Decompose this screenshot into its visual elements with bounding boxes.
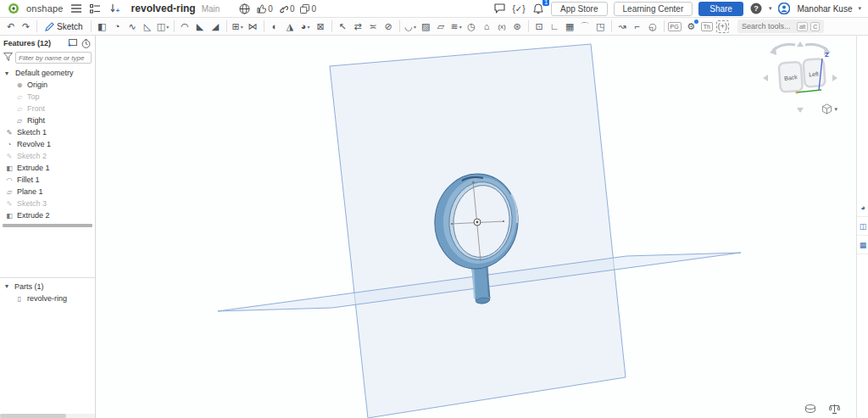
feature-item-extrude-2[interactable]: ◧Extrude 2 — [0, 209, 95, 221]
split-icon[interactable]: ◮ — [283, 20, 298, 34]
follow-mode-icon[interactable]: + — [108, 2, 122, 15]
help-caret-icon[interactable]: ▾ — [769, 5, 772, 12]
onshape-logo-icon[interactable] — [7, 2, 20, 15]
feature-item-default-geometry[interactable]: ▾Default geometry — [0, 67, 95, 79]
rotate-up-arrow-icon — [797, 42, 804, 47]
add-custom-feature-button[interactable]: (+) — [716, 20, 729, 33]
sheet-metal-icon[interactable]: ▦ — [563, 20, 577, 34]
sidebar-scrollbar[interactable] — [0, 414, 95, 418]
comments-icon[interactable] — [492, 2, 506, 15]
user-menu-caret-icon[interactable]: ▾ — [858, 5, 861, 12]
import-derive-icon[interactable]: ⊡ — [532, 20, 547, 34]
rollback-bar[interactable] — [3, 224, 92, 227]
replace-face-icon[interactable]: ⇄ — [351, 20, 365, 34]
feature-item-fillet-1[interactable]: ◠Fillet 1 — [0, 174, 95, 186]
custom-table-panel-icon[interactable]: ▦ — [857, 236, 868, 254]
likes-stat[interactable]: 0 — [257, 4, 273, 14]
custom-feature-pg-button[interactable]: PG — [668, 22, 682, 31]
app-store-button[interactable]: App Store — [551, 2, 607, 16]
view-options-button[interactable]: ▾ — [821, 103, 837, 114]
boolean-icon[interactable]: ◐ — [268, 20, 282, 34]
bend-icon[interactable]: ⌒ — [578, 20, 593, 34]
sheet-metal-finish-icon[interactable]: ◵ — [646, 20, 660, 34]
composite-part-icon[interactable]: ⊛ — [510, 20, 525, 34]
extrude-icon[interactable]: ◧ — [95, 20, 109, 34]
linear-pattern-caret-icon[interactable]: ▾ — [241, 24, 243, 30]
feature-settings-gear-icon[interactable]: ⚙ — [684, 20, 698, 34]
graphics-viewport[interactable]: Back Left Z ▾ — [97, 36, 856, 418]
draft-icon[interactable]: ◢ — [209, 20, 223, 34]
appearance-panel-icon[interactable]: ◕ — [857, 198, 868, 217]
corner-icon[interactable]: ⌐ — [631, 20, 645, 34]
variable-icon[interactable]: (x) — [495, 20, 509, 34]
redo-icon[interactable]: ↷ — [19, 20, 33, 34]
offset-surface-icon[interactable]: ≍ — [366, 20, 381, 34]
enclose-icon[interactable]: ⌂ — [480, 20, 494, 34]
feature-item-sketch-2[interactable]: ✎Sketch 2 — [0, 150, 95, 162]
feature-item-right[interactable]: ▱Right — [0, 114, 95, 126]
custom-feature-th-button[interactable]: Th — [701, 22, 713, 31]
plane-icon[interactable]: ▱ — [434, 20, 448, 34]
move-face-icon[interactable]: ↖ — [336, 20, 350, 34]
tab-icon[interactable]: ◳ — [593, 20, 608, 34]
configuration-panel-icon[interactable]: ◫ — [857, 217, 868, 236]
default-geometry-chevron-icon[interactable]: ▾ — [5, 70, 12, 77]
featurescript-notices-icon[interactable]: {✓} — [512, 2, 526, 15]
public-globe-icon[interactable] — [237, 2, 251, 15]
chamfer-icon[interactable]: ◣ — [193, 20, 208, 34]
model-canvas[interactable] — [97, 36, 856, 418]
feature-item-origin[interactable]: ⊕Origin — [0, 79, 95, 91]
mass-properties-scale-icon[interactable] — [827, 403, 841, 415]
user-avatar[interactable] — [777, 2, 791, 15]
mate-connector-icon[interactable]: ≋▾ — [449, 20, 464, 34]
user-name[interactable]: Manohar Kuse — [797, 4, 852, 14]
surface-icon[interactable]: ◡▾ — [403, 20, 418, 34]
thicken-caret-icon[interactable]: ▾ — [166, 24, 169, 30]
delete-part-icon[interactable]: ⊠ — [314, 20, 328, 34]
helix-icon[interactable]: ◷ — [465, 20, 479, 34]
undo-icon[interactable]: ↶ — [3, 20, 18, 34]
links-stat[interactable]: 0 — [279, 4, 295, 14]
feature-item-extrude-1[interactable]: ◧Extrude 1 — [0, 162, 95, 174]
mate-connector-caret-icon[interactable]: ▾ — [459, 24, 462, 30]
surface-caret-icon[interactable]: ▾ — [414, 24, 416, 30]
export-sheet-icon[interactable] — [804, 403, 817, 415]
thicken-icon[interactable]: ◫▾ — [156, 20, 170, 34]
fillet-icon[interactable]: ◠ — [178, 20, 192, 34]
fill-surface-icon[interactable]: ▨ — [419, 20, 433, 34]
workspace-name[interactable]: Main — [202, 4, 220, 14]
modify-fillet-caret-icon[interactable]: ▾ — [307, 24, 309, 30]
help-icon[interactable]: ? — [749, 2, 763, 15]
loft-icon[interactable]: ◺ — [141, 20, 155, 34]
search-tools-input[interactable] — [742, 22, 794, 31]
revolve-icon[interactable]: ◔ — [110, 20, 125, 34]
share-button[interactable]: Share — [698, 2, 743, 16]
version-tree-icon[interactable] — [89, 2, 103, 15]
search-tools-box[interactable]: alt C — [737, 20, 824, 33]
mirror-icon[interactable]: ⋈ — [246, 20, 260, 34]
filter-funnel-icon[interactable] — [3, 53, 13, 63]
feature-item-revolve-1[interactable]: ◔Revolve 1 — [0, 138, 95, 150]
part-item-revolve-ring[interactable]: ▯revolve-ring — [0, 293, 95, 304]
feature-item-sketch-3[interactable]: ✎Sketch 3 — [0, 198, 95, 209]
parts-chevron-icon[interactable]: ▾ — [5, 282, 12, 290]
history-clock-icon[interactable] — [81, 38, 92, 49]
feature-item-plane-1[interactable]: ▱Plane 1 — [0, 186, 95, 198]
feature-item-sketch-1[interactable]: ✎Sketch 1 — [0, 126, 95, 138]
mutual-trim-icon[interactable]: ⊘ — [381, 20, 396, 34]
learning-center-button[interactable]: Learning Center — [614, 2, 693, 16]
document-title[interactable]: revolved-ring — [131, 3, 196, 14]
feature-item-front[interactable]: ▱Front — [0, 103, 95, 114]
insert-feature-icon[interactable]: + — [67, 38, 78, 49]
sketch-button[interactable]: Sketch — [41, 20, 87, 34]
modify-fillet-icon[interactable]: ◕▾ — [298, 20, 313, 34]
flatten-icon[interactable]: ∟ — [548, 20, 562, 34]
spline-icon[interactable]: ↝ — [615, 20, 630, 34]
feature-filter-input[interactable] — [15, 52, 92, 64]
main-menu-icon[interactable] — [70, 2, 83, 15]
sweep-icon[interactable]: ∿ — [125, 20, 140, 34]
linear-pattern-icon[interactable]: ⊞▾ — [231, 20, 245, 34]
copies-stat[interactable]: 0 — [300, 4, 316, 14]
feature-item-top[interactable]: ▱Top — [0, 91, 95, 103]
notifications-bell-icon[interactable]: 1 — [531, 2, 545, 15]
